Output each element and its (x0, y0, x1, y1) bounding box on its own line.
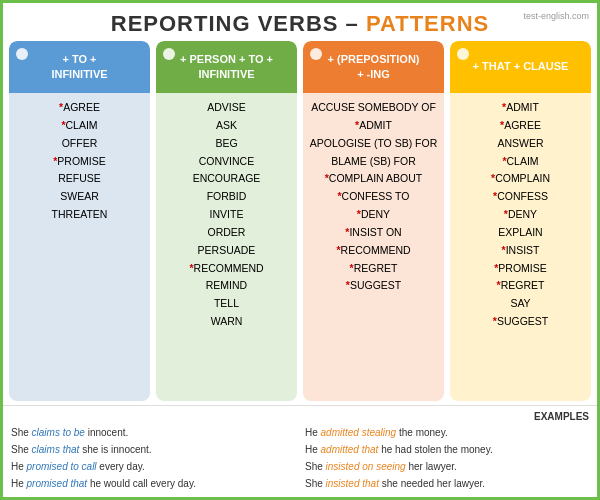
list-item: *AGREE (13, 99, 146, 117)
col3-body: ACCUSE SOMEBODY OF *ADMIT APOLOGISE (TO … (303, 93, 444, 401)
list-item: *REGRET (307, 260, 440, 278)
list-item: ANSWER (454, 135, 587, 153)
title-patterns: PATTERNS (366, 11, 489, 36)
example-item: He admitted that he had stolen the money… (305, 442, 589, 458)
list-item: *INSIST ON (307, 224, 440, 242)
site-label: test-english.com (523, 11, 589, 21)
list-item: *ADMIT (307, 117, 440, 135)
example-item: He promised to call every day. (11, 459, 295, 475)
list-item: ORDER (160, 224, 293, 242)
col3-header-text: + (PREPOSITION)+ -ING (328, 52, 420, 83)
list-item: INVITE (160, 206, 293, 224)
list-item: OFFER (13, 135, 146, 153)
example-highlight: promised that (27, 478, 88, 489)
examples-grid: She claims to be innocent. He admitted s… (11, 425, 589, 492)
list-item: REFUSE (13, 170, 146, 188)
list-item: *DENY (454, 206, 587, 224)
list-item: THREATEN (13, 206, 146, 224)
list-item: *RECOMMEND (160, 260, 293, 278)
list-item: REMIND (160, 277, 293, 295)
list-item: *CLAIM (454, 153, 587, 171)
col2-body: ADVISE ASK BEG CONVINCE ENCOURAGE FORBID… (156, 93, 297, 401)
list-item: TELL (160, 295, 293, 313)
example-item: He admitted stealing the money. (305, 425, 589, 441)
col2-header-text: + PERSON + TO +INFINITIVE (180, 52, 273, 83)
column-person-to-infinitive: + PERSON + TO +INFINITIVE ADVISE ASK BEG… (156, 41, 297, 401)
col4-body: *ADMIT *AGREE ANSWER *CLAIM *COMPLAIN *C… (450, 93, 591, 401)
examples-label: EXAMPLES (11, 411, 589, 422)
list-item: *SUGGEST (307, 277, 440, 295)
col1-header: + TO +INFINITIVE (9, 41, 150, 93)
column-that-clause: + THAT + CLAUSE *ADMIT *AGREE ANSWER *CL… (450, 41, 591, 401)
col2-header: + PERSON + TO +INFINITIVE (156, 41, 297, 93)
example-item: She claims to be innocent. (11, 425, 295, 441)
example-highlight: admitted stealing (321, 427, 397, 438)
list-item: *SUGGEST (454, 313, 587, 331)
list-item: *COMPLAIN (454, 170, 587, 188)
list-item: WARN (160, 313, 293, 331)
page-title: REPORTING VERBS – PATTERNS (8, 11, 592, 37)
list-item: APOLOGISE (TO SB) FOR (307, 135, 440, 153)
list-item: EXPLAIN (454, 224, 587, 242)
column-preposition-ing: + (PREPOSITION)+ -ING ACCUSE SOMEBODY OF… (303, 41, 444, 401)
list-item: *REGRET (454, 277, 587, 295)
list-item: SWEAR (13, 188, 146, 206)
list-item: ENCOURAGE (160, 170, 293, 188)
example-highlight: insisted on seeing (326, 461, 406, 472)
column-to-infinitive: + TO +INFINITIVE *AGREE *CLAIM OFFER *PR… (9, 41, 150, 401)
col3-dot (310, 48, 322, 60)
list-item: *DENY (307, 206, 440, 224)
columns-wrapper: + TO +INFINITIVE *AGREE *CLAIM OFFER *PR… (3, 41, 597, 405)
example-highlight: promised to call (27, 461, 97, 472)
list-item: *PROMISE (13, 153, 146, 171)
list-item: *AGREE (454, 117, 587, 135)
example-item: He promised that he would call every day… (11, 476, 295, 492)
list-item: CONVINCE (160, 153, 293, 171)
example-item: She insisted on seeing her lawyer. (305, 459, 589, 475)
list-item: *ADMIT (454, 99, 587, 117)
list-item: *RECOMMEND (307, 242, 440, 260)
col1-dot (16, 48, 28, 60)
example-highlight: claims that (32, 444, 80, 455)
list-item: *CONFESS TO (307, 188, 440, 206)
example-highlight: insisted that (326, 478, 379, 489)
list-item: ACCUSE SOMEBODY OF (307, 99, 440, 117)
header: REPORTING VERBS – PATTERNS test-english.… (3, 3, 597, 41)
list-item: *PROMISE (454, 260, 587, 278)
list-item: ASK (160, 117, 293, 135)
col4-header: + THAT + CLAUSE (450, 41, 591, 93)
title-dash: – (338, 11, 365, 36)
col1-body: *AGREE *CLAIM OFFER *PROMISE REFUSE SWEA… (9, 93, 150, 401)
list-item: *COMPLAIN ABOUT (307, 170, 440, 188)
col4-dot (457, 48, 469, 60)
col2-dot (163, 48, 175, 60)
main-container: REPORTING VERBS – PATTERNS test-english.… (0, 0, 600, 500)
list-item: *CLAIM (13, 117, 146, 135)
example-highlight: claims to be (32, 427, 85, 438)
col1-header-text: + TO +INFINITIVE (51, 52, 107, 83)
list-item: SAY (454, 295, 587, 313)
col4-header-text: + THAT + CLAUSE (473, 59, 569, 74)
list-item: FORBID (160, 188, 293, 206)
list-item: ADVISE (160, 99, 293, 117)
example-highlight: admitted that (321, 444, 379, 455)
example-item: She insisted that she needed her lawyer. (305, 476, 589, 492)
list-item: PERSUADE (160, 242, 293, 260)
list-item: *INSIST (454, 242, 587, 260)
list-item: *CONFESS (454, 188, 587, 206)
examples-section: EXAMPLES She claims to be innocent. He a… (3, 405, 597, 497)
title-main: REPORTING VERBS (111, 11, 339, 36)
col3-header: + (PREPOSITION)+ -ING (303, 41, 444, 93)
list-item: BLAME (SB) FOR (307, 153, 440, 171)
list-item: BEG (160, 135, 293, 153)
example-item: She claims that she is innocent. (11, 442, 295, 458)
